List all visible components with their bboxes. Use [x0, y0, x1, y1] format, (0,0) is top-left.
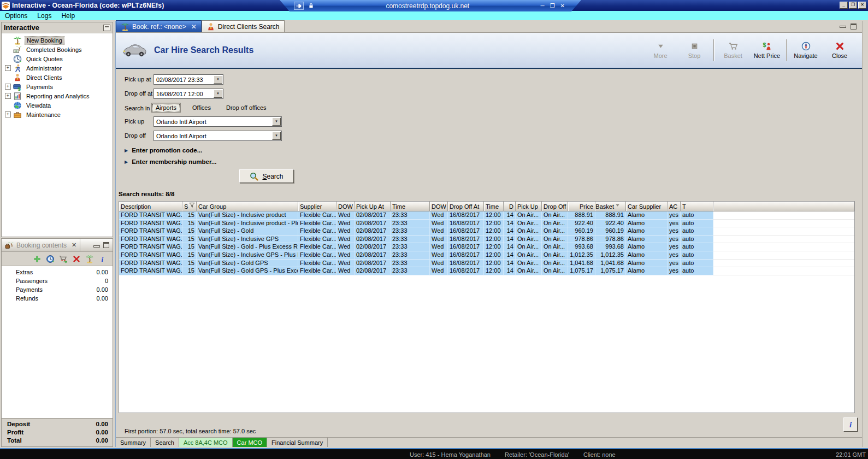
expand-icon[interactable]: +: [5, 84, 11, 90]
menu-item-logs[interactable]: Logs: [32, 11, 56, 20]
rdp-minimize-button[interactable]: ─: [541, 3, 545, 9]
cell-drop-off: On Air...: [542, 236, 568, 244]
bottom-tab-acc-8a-4c-mco[interactable]: Acc 8A,4C MCO: [179, 438, 233, 447]
column-header-description[interactable]: Description: [119, 202, 182, 211]
plus-icon[interactable]: [33, 255, 42, 263]
table-row[interactable]: FORD TRANSIT WAG...15Van(Full Size) - Go…: [119, 243, 854, 251]
pin-icon[interactable]: [294, 2, 304, 10]
dropoff-at-field[interactable]: 16/08/2017 12:00 ▼: [153, 89, 223, 99]
column-header-s[interactable]: S: [182, 202, 197, 211]
cell-pick-up-at: 02/08/2017: [355, 227, 391, 236]
delete-icon[interactable]: [72, 255, 81, 263]
column-header-label: Car Supplier: [628, 203, 661, 210]
bottom-tab-summary[interactable]: Summary: [116, 438, 151, 447]
toolbar-separator: [786, 39, 787, 61]
close-icon[interactable]: ✕: [72, 242, 76, 249]
window-close-button[interactable]: ✕: [858, 2, 866, 9]
expand-icon[interactable]: +: [5, 65, 11, 71]
sidebar-item-maintenance[interactable]: +Maintenance: [2, 110, 113, 119]
expand-icon[interactable]: +: [5, 111, 11, 117]
search-in-option-offices[interactable]: Offices: [188, 103, 215, 112]
cell-d: 14: [504, 251, 516, 260]
column-header-dow[interactable]: DOW: [430, 202, 448, 211]
column-header-supplier[interactable]: Supplier: [298, 202, 336, 211]
column-header-time[interactable]: Time: [391, 202, 430, 211]
chevron-down-icon[interactable]: ▼: [214, 75, 222, 84]
bottom-tab-financial-summary[interactable]: Financial Summary: [267, 438, 328, 447]
column-header-drop-off[interactable]: Drop Off: [542, 202, 568, 211]
rdp-restore-button[interactable]: ❐: [550, 3, 555, 9]
pickup-location-field[interactable]: Orlando Intl Airport ▼: [153, 116, 282, 127]
tab-direct-clients-search[interactable]: Direct Clients Search: [202, 20, 285, 32]
chevron-down-icon[interactable]: ▼: [214, 90, 222, 98]
menu-item-help[interactable]: Help: [56, 11, 80, 20]
maximize-panel-icon[interactable]: [103, 242, 109, 248]
column-header-pick-up[interactable]: Pick Up: [516, 202, 542, 211]
column-header-ac[interactable]: AC: [668, 202, 681, 211]
booking-contents-tab[interactable]: Booking contents ✕: [3, 239, 80, 251]
tab-book-ref-none[interactable]: Book. ref.: <none>✕: [116, 20, 202, 32]
pickup-at-field[interactable]: 02/08/2017 23:33 ▼: [153, 74, 223, 85]
column-header-dow[interactable]: DOW: [336, 202, 355, 211]
table-row[interactable]: FORD TRANSIT WAG...15Van(Full Size) - Go…: [119, 260, 854, 268]
bottom-tab-car-mco[interactable]: Car MCO: [233, 438, 267, 447]
sidebar-item-quick-quotes[interactable]: Quick Quotes: [2, 54, 113, 63]
sidebar-item-completed-bookings[interactable]: Completed Bookings: [2, 45, 113, 54]
minimize-panel-icon[interactable]: [840, 26, 846, 28]
window-restore-button[interactable]: ❐: [849, 2, 857, 9]
membership-number-expander[interactable]: ▶ Enter membership number...: [125, 158, 216, 165]
sidebar-item-administrator[interactable]: +Administrator: [2, 63, 113, 73]
close-button[interactable]: Close: [823, 39, 857, 61]
search-in-option-drop-off-offices[interactable]: Drop off offices: [222, 103, 270, 112]
menu-item-options[interactable]: Options: [0, 11, 32, 20]
cell-ac: yes: [668, 267, 681, 275]
sidebar-item-viewdata[interactable]: Viewdata: [2, 101, 113, 110]
chevron-down-icon[interactable]: ▼: [272, 132, 281, 140]
info-icon[interactable]: i: [98, 255, 107, 263]
collapse-panel-icon[interactable]: [103, 25, 110, 31]
chevron-down-icon[interactable]: ▼: [272, 117, 281, 126]
column-header-car-supplier[interactable]: Car Supplier: [626, 202, 668, 211]
table-row[interactable]: FORD TRANSIT WAG...15Van(Full Size) - In…: [119, 236, 854, 244]
minimize-panel-icon[interactable]: [93, 245, 100, 248]
table-row[interactable]: FORD TRANSIT WAG...15Van(Full Size) - In…: [119, 251, 854, 260]
table-row[interactable]: FORD TRANSIT WAG...15Van(Full Size) - In…: [119, 211, 854, 220]
cart-go-icon[interactable]: [59, 255, 68, 263]
palm-icon[interactable]: [85, 255, 94, 263]
table-row[interactable]: FORD TRANSIT WAG...15Van(Full Size) - In…: [119, 220, 854, 228]
sidebar-item-new-booking[interactable]: New Booking: [2, 36, 113, 45]
toolbar-button-label: Nett Price: [754, 52, 780, 59]
search-button[interactable]: Search: [239, 169, 294, 183]
sidebar-item-direct-clients[interactable]: Direct Clients: [2, 73, 113, 82]
sidebar-item-label: Viewdata: [25, 102, 52, 109]
cell-supplier: Flexible Car...: [298, 267, 336, 275]
sidebar-item-payments[interactable]: +$Payments: [2, 82, 113, 91]
navigate-button[interactable]: Navigate: [789, 39, 823, 61]
sidebar-item-reporting-and-analytics[interactable]: +Reporting and Analytics: [2, 91, 113, 101]
close-icon[interactable]: ✕: [191, 23, 197, 31]
window-minimize-button[interactable]: _: [840, 2, 848, 9]
bottom-tab-search[interactable]: Search: [151, 438, 179, 447]
info-button[interactable]: i: [843, 417, 858, 432]
search-in-option-airports[interactable]: Airports: [151, 103, 181, 113]
globe-icon: [13, 101, 22, 110]
column-header-d[interactable]: D: [504, 202, 516, 211]
maximize-panel-icon[interactable]: [851, 23, 857, 30]
column-header-car-group[interactable]: Car Group: [197, 202, 298, 211]
expand-icon[interactable]: +: [5, 93, 11, 99]
column-header-drop-off-at[interactable]: Drop Off At: [448, 202, 484, 211]
column-header-t[interactable]: T: [681, 202, 713, 211]
column-header-price[interactable]: Price: [568, 202, 595, 211]
table-row[interactable]: FORD TRANSIT WAG...15Van(Full Size) - Go…: [119, 227, 854, 236]
column-header-pick-up-at[interactable]: Pick Up At: [355, 202, 391, 211]
quote-clock-icon[interactable]: [46, 255, 55, 263]
promotion-code-expander[interactable]: ▶ Enter promotion code...: [125, 147, 202, 154]
table-row[interactable]: FORD TRANSIT WAG...15Van(Full Size) - Go…: [119, 267, 854, 275]
nett-price-button[interactable]: $Nett Price: [750, 39, 784, 61]
cell-car-group: Van(Full Size) - Inclusive product - Plu…: [197, 220, 298, 228]
rdp-close-button[interactable]: ✕: [560, 3, 565, 9]
column-header-basket[interactable]: Basket: [595, 202, 626, 211]
column-header-time[interactable]: Time: [484, 202, 504, 211]
sidebar-item-label: Completed Bookings: [25, 46, 84, 54]
dropoff-location-field[interactable]: Orlando Intl Airport ▼: [153, 131, 282, 141]
